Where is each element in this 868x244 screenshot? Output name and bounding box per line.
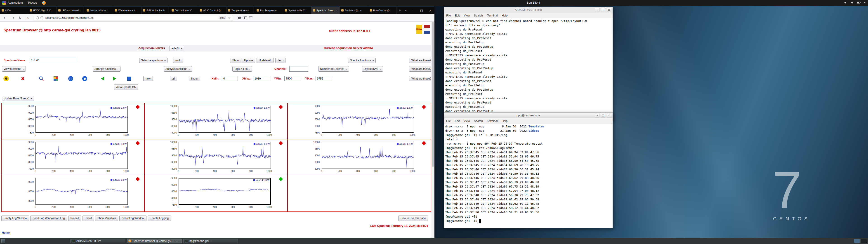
- browser-tab[interactable]: ASIC Control @: [198, 7, 226, 14]
- update-button[interactable]: Update: [242, 58, 255, 63]
- spectrum-plot-aida13[interactable]: 90008500800002004006008001000aida13 1.8.…: [2, 175, 145, 211]
- linear-button[interactable]: linear: [189, 76, 200, 81]
- distro-logo-icon[interactable]: [2, 1, 6, 5]
- library-icon[interactable]: [238, 16, 241, 20]
- terminal-menu-search[interactable]: Search: [474, 120, 483, 123]
- terminal-menu-terminal[interactable]: Terminal: [487, 14, 498, 17]
- log-button[interactable]: Reset: [83, 216, 94, 221]
- menu-icon[interactable]: [249, 17, 252, 19]
- auto-update-button[interactable]: Auto Update ON: [114, 85, 138, 90]
- terminal-titlebar[interactable]: npg@carme-gsi:~ – □ ×: [444, 113, 613, 118]
- terminal-menu-view[interactable]: View: [464, 120, 470, 123]
- terminal-menu-help[interactable]: Help: [502, 120, 507, 123]
- log-button[interactable]: Enable Logging: [148, 216, 171, 221]
- browser-tab[interactable]: Discriminator C: [170, 7, 198, 14]
- log-button[interactable]: Send Log Window to ELog: [30, 216, 67, 221]
- workspace-2[interactable]: [861, 239, 867, 243]
- layout-dropdown[interactable]: Layout ID=8: [362, 66, 383, 72]
- status-diamond-icon[interactable]: [279, 141, 283, 145]
- zoom-tool-icon[interactable]: [38, 75, 45, 82]
- update-rate-dropdown[interactable]: Update Rate (4 secs): [2, 96, 34, 101]
- status-diamond-icon[interactable]: [135, 141, 140, 145]
- record-icon[interactable]: ●: [81, 75, 88, 82]
- url-bar[interactable]: i localhost:8015/Spectrum/Spectrum.tml 8…: [34, 15, 233, 21]
- spectrum-name-input[interactable]: [30, 58, 76, 63]
- radiation-icon[interactable]: ☢: [3, 75, 9, 82]
- firefox-launcher-icon[interactable]: [42, 1, 46, 5]
- refresh-icon[interactable]: ↻: [17, 15, 23, 21]
- terminal-menu-search[interactable]: Search: [474, 14, 483, 17]
- palette-icon[interactable]: [53, 75, 59, 82]
- list-all-tabs-icon[interactable]: ▾: [403, 7, 409, 14]
- spectrum-plot-aida14[interactable]: 9500900085008000750002004006008001000aid…: [145, 175, 288, 211]
- how-to-button[interactable]: How to use this page: [398, 216, 428, 221]
- show-desktop-button[interactable]: [1, 239, 5, 243]
- channel-input[interactable]: [289, 66, 308, 72]
- help-button[interactable]: What are these?: [409, 76, 434, 81]
- minimize-button[interactable]: –: [595, 113, 599, 118]
- browser-tab[interactable]: Lost activity mo: [85, 7, 113, 14]
- status-diamond-icon[interactable]: [135, 105, 140, 109]
- status-diamond-icon[interactable]: [279, 177, 283, 181]
- all-button[interactable]: all: [170, 76, 177, 81]
- browser-tab[interactable]: FADC Align & Co: [28, 7, 57, 14]
- spectrum-plot-aida09[interactable]: 10000950090008500800002004006008001000ai…: [145, 140, 288, 176]
- terminal-menu-edit[interactable]: Edit: [455, 14, 460, 17]
- show-button[interactable]: Show: [230, 58, 241, 63]
- update-all-button[interactable]: Update All: [256, 58, 274, 63]
- galleries-dropdown[interactable]: Number of Galleries: [318, 66, 349, 72]
- status-diamond-icon[interactable]: [422, 105, 426, 109]
- shield-icon[interactable]: [36, 16, 39, 20]
- new-tab-button[interactable]: +: [397, 7, 403, 14]
- status-diamond-icon[interactable]: [135, 177, 140, 181]
- browser-tab[interactable]: Run Control @: [368, 7, 397, 14]
- volume-icon[interactable]: [844, 1, 848, 4]
- log-button[interactable]: Show Log Window: [119, 216, 146, 221]
- pause-icon[interactable]: ❙❙: [67, 75, 74, 82]
- terminal-menu-terminal[interactable]: Terminal: [487, 120, 498, 123]
- zero-button[interactable]: Zero: [275, 58, 285, 63]
- chevron-down-icon[interactable]: [864, 2, 866, 4]
- tab-close-icon[interactable]: ×: [336, 9, 338, 12]
- status-diamond-icon[interactable]: [422, 141, 426, 145]
- home-icon[interactable]: ⌂: [25, 15, 31, 21]
- browser-tab[interactable]: Spectrum Brow×: [311, 7, 340, 14]
- terminal-output[interactable]: loading Spectrum.tcl > can not find chan…: [444, 18, 613, 122]
- xmax-input[interactable]: [253, 76, 270, 81]
- terminal-menu-file[interactable]: File: [446, 120, 451, 123]
- stop-icon[interactable]: [126, 75, 132, 82]
- select-spectrum-dropdown[interactable]: Select a spectrum: [139, 58, 167, 63]
- midas-logo[interactable]: Midas: [416, 25, 422, 34]
- browser-tab[interactable]: Statistics @ ca: [340, 7, 368, 14]
- multi-button[interactable]: multi: [173, 58, 183, 63]
- close-button[interactable]: ×: [607, 8, 611, 12]
- xmin-input[interactable]: [222, 76, 238, 81]
- taskbar-window-button[interactable]: >_npg@carme-gsi:~: [183, 239, 238, 243]
- clock[interactable]: Sun 18:44: [527, 1, 540, 4]
- workspace-1[interactable]: [854, 239, 860, 243]
- delete-icon[interactable]: ✖: [20, 75, 26, 82]
- home-link[interactable]: Home: [2, 231, 10, 234]
- log-button[interactable]: Reload: [68, 216, 81, 221]
- log-button[interactable]: Show Variables: [95, 216, 119, 221]
- sidebar-icon[interactable]: [243, 16, 247, 20]
- acquisition-server-select[interactable]: aida04: [169, 45, 184, 51]
- applications-menu[interactable]: Applications: [8, 1, 24, 4]
- spectrum-plot-aida03[interactable]: 9500900085008000750002004006008001000aid…: [2, 103, 145, 140]
- places-menu[interactable]: Places: [28, 1, 37, 4]
- help-button[interactable]: What are these?: [409, 58, 434, 63]
- scrollbar[interactable]: [431, 22, 434, 238]
- scrollbar-thumb[interactable]: [432, 22, 434, 167]
- spectra-functions-dropdown[interactable]: Spectra functions: [348, 58, 376, 63]
- network-icon[interactable]: [850, 1, 854, 4]
- view-functions-dropdown[interactable]: View functions: [2, 66, 26, 72]
- terminal-output[interactable]: drwxr-xr-x. 2 npg npg 6 Jan 30 2022 Temp…: [444, 124, 613, 223]
- log-button[interactable]: Empty Log Window: [1, 216, 29, 221]
- terminal-titlebar[interactable]: AIDA MIDAS HTTPd – □ ×: [444, 7, 613, 13]
- status-diamond-icon[interactable]: [279, 105, 283, 109]
- arrange-functions-dropdown[interactable]: Arrange functions: [93, 66, 121, 72]
- spectrum-plot-aida06[interactable]: 9500900085008000750002004006008001000aid…: [2, 140, 145, 176]
- help-button[interactable]: What are these?: [409, 66, 434, 72]
- spectrum-plot-aida07[interactable]: 9500900085008000750002004006008001000aid…: [288, 103, 431, 140]
- forward-icon[interactable]: →: [10, 15, 16, 21]
